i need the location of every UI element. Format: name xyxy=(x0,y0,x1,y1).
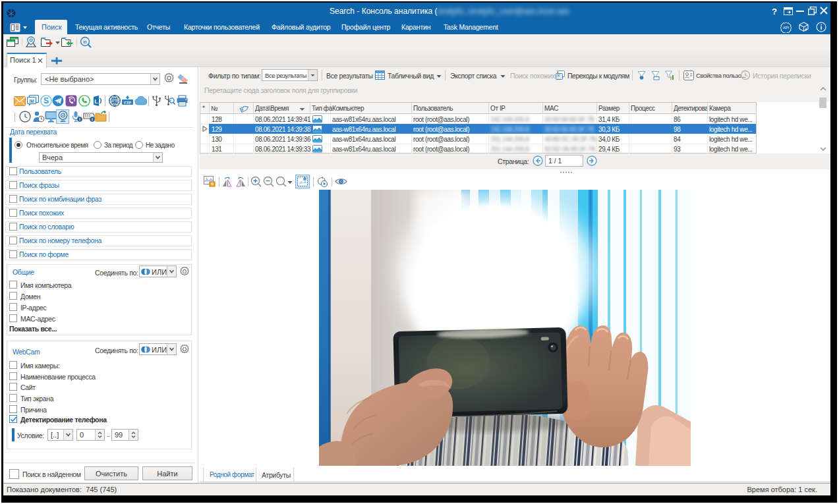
svg-text:IM: IM xyxy=(29,99,34,103)
svg-text:API: API xyxy=(783,26,789,30)
svg-text:S: S xyxy=(43,96,49,105)
svg-text:HTTP: HTTP xyxy=(111,99,119,103)
svg-text:i: i xyxy=(79,117,80,121)
svg-text:ID: ID xyxy=(83,40,87,44)
svg-text:FTP: FTP xyxy=(124,101,131,105)
svg-text:L: L xyxy=(94,98,98,105)
svg-text:i: i xyxy=(92,117,93,121)
